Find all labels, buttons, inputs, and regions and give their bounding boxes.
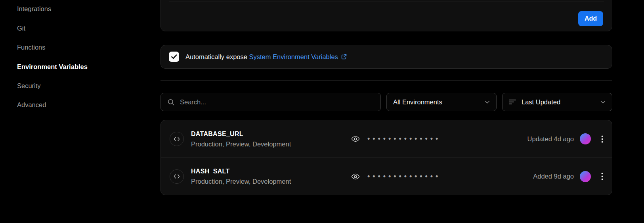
search-input[interactable] [180, 98, 374, 106]
eye-icon [350, 135, 361, 143]
chevron-down-icon [485, 100, 490, 104]
system-env-variables-link[interactable]: System Environment Variables [249, 53, 347, 61]
variable-name: HASH_SALT [191, 167, 291, 175]
section-divider [161, 80, 612, 81]
chevron-down-icon [600, 100, 606, 104]
table-row: DATABASE_URL Production, Preview, Develo… [161, 120, 612, 158]
environment-filter-value: All Environments [393, 98, 485, 106]
add-button[interactable]: Add [578, 11, 603, 26]
env-variables-table: DATABASE_URL Production, Preview, Develo… [161, 120, 612, 195]
checkmark-icon [171, 54, 177, 59]
variable-environments: Production, Preview, Development [191, 178, 291, 185]
auto-expose-checkbox[interactable] [169, 52, 179, 62]
code-brackets-icon [170, 169, 184, 184]
environment-filter-dropdown[interactable]: All Environments [386, 93, 497, 111]
updated-timestamp: Updated 4d ago [527, 135, 574, 143]
reveal-value-button[interactable] [350, 172, 361, 181]
sidebar-item-advanced[interactable]: Advanced [17, 101, 46, 109]
sidebar-item-environment-variables[interactable]: Environment Variables [17, 63, 88, 71]
code-brackets-icon [170, 132, 184, 146]
row-meta: Updated 4d ago [527, 120, 605, 158]
variable-info: DATABASE_URL Production, Preview, Develo… [191, 130, 291, 148]
sort-dropdown[interactable]: Last Updated [502, 93, 612, 111]
masked-value: •••••••••••••• [367, 173, 440, 181]
masked-value: •••••••••••••• [367, 135, 440, 143]
sort-value: Last Updated [522, 98, 600, 106]
row-meta: Added 9d ago [533, 158, 605, 195]
eye-icon [350, 172, 361, 181]
auto-expose-label: Automatically expose System Environment … [185, 53, 347, 61]
auto-expose-card: Automatically expose System Environment … [161, 45, 612, 69]
secret-value-group: •••••••••••••• [350, 158, 440, 195]
card-footer-divider [169, 2, 604, 2]
external-link-icon [341, 54, 347, 60]
sidebar-item-git[interactable]: Git [17, 24, 25, 32]
auto-expose-text: Automatically expose [185, 53, 249, 61]
variable-environments: Production, Preview, Development [191, 140, 291, 148]
table-row: HASH_SALT Production, Preview, Developme… [161, 158, 612, 195]
kebab-menu-icon [601, 173, 603, 180]
sidebar-item-integrations[interactable]: Integrations [17, 5, 51, 13]
reveal-value-button[interactable] [350, 135, 361, 143]
sort-lines-icon [509, 99, 516, 105]
user-avatar [580, 171, 591, 182]
variable-info: HASH_SALT Production, Preview, Developme… [191, 167, 291, 185]
row-actions-button[interactable] [600, 171, 605, 182]
row-actions-button[interactable] [600, 134, 605, 144]
sidebar-item-security[interactable]: Security [17, 82, 41, 90]
variable-name: DATABASE_URL [191, 130, 291, 138]
search-field[interactable] [161, 93, 381, 111]
user-avatar [580, 133, 591, 144]
updated-timestamp: Added 9d ago [533, 173, 574, 180]
search-icon [167, 98, 175, 106]
secret-value-group: •••••••••••••• [350, 120, 440, 158]
kebab-menu-icon [601, 135, 603, 143]
filter-controls: All Environments Last Updated [161, 93, 612, 111]
main-content: Add Automatically expose System Environm… [161, 0, 612, 223]
add-variable-card: Add [161, 0, 612, 31]
sidebar-item-functions[interactable]: Functions [17, 43, 46, 51]
environment-variables-settings-page: Integrations Git Functions Environment V… [0, 0, 644, 223]
system-env-variables-link-text: System Environment Variables [249, 53, 338, 61]
